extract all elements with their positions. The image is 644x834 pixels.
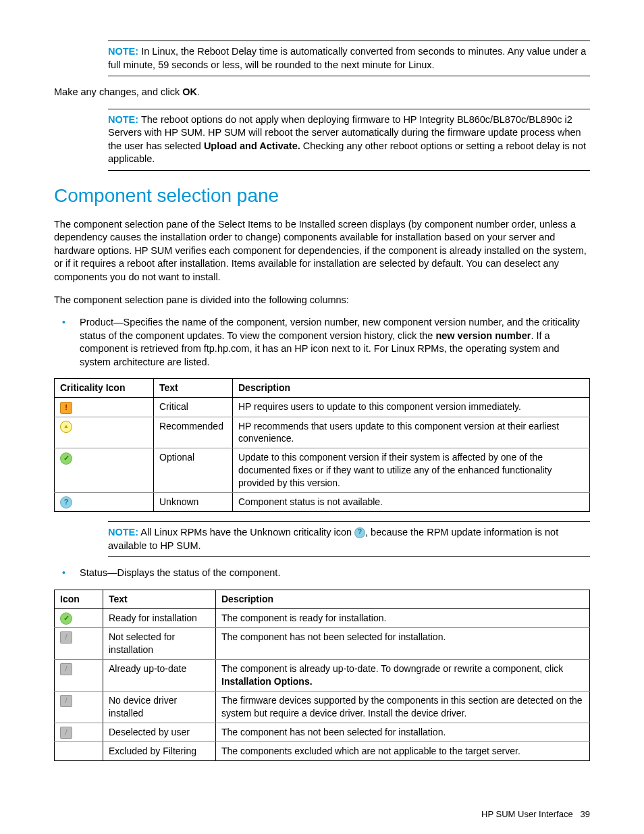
table-row: No device driver installed The firmware … <box>55 691 590 723</box>
paragraph-columns: The component selection pane is divided … <box>54 294 590 307</box>
cell-desc: HP recommends that users update to this … <box>233 417 590 448</box>
cell-icon <box>55 493 154 512</box>
ready-icon <box>60 613 72 625</box>
bold-text: Installation Options. <box>221 676 313 687</box>
note-box-1: NOTE: In Linux, the Reboot Delay time is… <box>108 41 590 76</box>
paragraph-make-changes: Make any changes, and click OK. <box>54 86 590 99</box>
cell-text: Unknown <box>154 493 233 512</box>
page-number: 39 <box>581 809 590 819</box>
table-row: Already up-to-date The component is alre… <box>55 659 590 691</box>
cell-desc: The component has not been selected for … <box>216 628 590 660</box>
table-row: Recommended HP recommends that users upd… <box>55 417 590 448</box>
cell-desc: HP requires users to update to this comp… <box>233 398 590 417</box>
cell-text: Critical <box>154 398 233 417</box>
upload-activate-bold: Upload and Activate. <box>204 140 300 151</box>
table-row: Deselected by user The component has not… <box>55 723 590 741</box>
text: The component is already up-to-date. To … <box>221 663 563 674</box>
cell-icon <box>55 448 154 493</box>
col-icon: Icon <box>55 590 103 608</box>
col-desc: Description <box>233 379 590 398</box>
bold-text: new version number <box>435 330 531 341</box>
status-table: Icon Text Description Ready for installa… <box>54 590 590 761</box>
cell-icon <box>55 691 103 723</box>
table-header-row: Icon Text Description <box>55 590 590 608</box>
optional-icon <box>60 452 72 465</box>
cell-desc: The component is ready for installation. <box>216 608 590 627</box>
cell-desc: The component is already up-to-date. To … <box>216 659 590 691</box>
text: . <box>197 86 200 97</box>
grey-icon <box>60 695 72 707</box>
cell-text: Already up-to-date <box>103 659 216 691</box>
col-text: Text <box>103 590 216 608</box>
unknown-icon <box>354 527 365 538</box>
col-text: Text <box>154 379 233 398</box>
cell-icon <box>55 723 103 741</box>
cell-text: Ready for installation <box>103 608 216 627</box>
cell-text: Optional <box>154 448 233 493</box>
cell-icon <box>55 608 103 627</box>
table-row: Ready for installation The component is … <box>55 608 590 627</box>
cell-icon <box>55 628 103 660</box>
criticality-table: Criticality Icon Text Description Critic… <box>54 378 590 512</box>
cell-icon <box>55 417 154 448</box>
cell-text: No device driver installed <box>103 691 216 723</box>
note-label: NOTE: <box>108 46 138 57</box>
bullet-product: Product—Specifies the name of the compon… <box>54 316 590 369</box>
recommended-icon <box>60 421 72 433</box>
note-label: NOTE: <box>108 527 138 538</box>
footer-text: HP SUM User Interface <box>481 809 573 819</box>
table-row: Excluded by Filtering The components exc… <box>55 741 590 760</box>
cell-text: Recommended <box>154 417 233 448</box>
cell-icon <box>55 659 103 691</box>
note-text: All Linux RPMs have the Unknown critical… <box>140 527 354 538</box>
unknown-icon <box>60 496 72 509</box>
bullet-status: Status—Displays the status of the compon… <box>54 567 590 580</box>
grey-icon <box>60 663 72 675</box>
cell-desc: Update to this component version if thei… <box>233 448 590 493</box>
note-text: In Linux, the Reboot Delay time is autom… <box>108 46 586 70</box>
note-box-3: NOTE: All Linux RPMs have the Unknown cr… <box>108 521 590 557</box>
cell-text: Excluded by Filtering <box>103 741 216 760</box>
cell-desc: The component has not been selected for … <box>216 723 590 741</box>
cell-icon <box>55 398 154 417</box>
cell-icon <box>55 741 103 760</box>
col-icon: Criticality Icon <box>55 379 154 398</box>
note-label: NOTE: <box>108 114 138 125</box>
section-heading: Component selection pane <box>54 183 590 209</box>
table-row: Critical HP requires users to update to … <box>55 398 590 417</box>
table-header-row: Criticality Icon Text Description <box>55 379 590 398</box>
cell-desc: The components excluded which are not ap… <box>216 741 590 760</box>
critical-icon <box>60 402 72 414</box>
bullet-list-2: Status—Displays the status of the compon… <box>54 567 590 580</box>
cell-text: Deselected by user <box>103 723 216 741</box>
col-desc: Description <box>216 590 590 608</box>
grey-icon <box>60 727 72 739</box>
cell-text: Not selected for installation <box>103 628 216 660</box>
table-row: Not selected for installation The compon… <box>55 628 590 660</box>
paragraph-intro: The component selection pane of the Sele… <box>54 218 590 284</box>
ok-bold: OK <box>182 86 197 97</box>
cell-desc: The firmware devices supported by the co… <box>216 691 590 723</box>
text: Make any changes, and click <box>54 86 182 97</box>
grey-icon <box>60 631 72 644</box>
table-row: Unknown Component status is not availabl… <box>55 493 590 512</box>
cell-desc: Component status is not available. <box>233 493 590 512</box>
note-box-2: NOTE: The reboot options do not apply wh… <box>108 109 590 171</box>
table-row: Optional Update to this component versio… <box>55 448 590 493</box>
bullet-list-1: Product—Specifies the name of the compon… <box>54 316 590 369</box>
page-footer: HP SUM User Interface 39 <box>54 808 590 820</box>
